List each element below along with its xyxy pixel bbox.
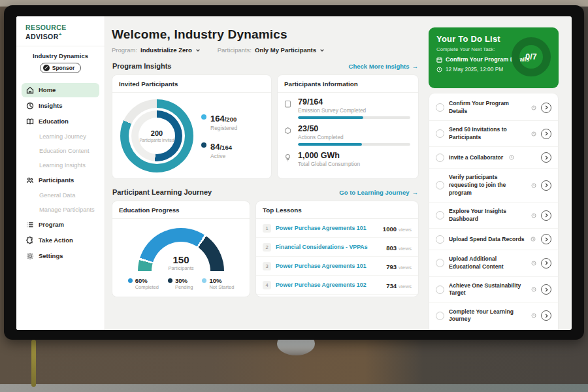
todo-summary-card: Your To Do List Complete Your Next Task:… [429, 27, 559, 88]
education-progress-gauge-chart: 150 Participants [138, 228, 224, 271]
task-checkbox[interactable] [436, 235, 444, 244]
sidebar-item-education[interactable]: Education [22, 114, 99, 129]
sidebar-item-manage-participants[interactable]: Manage Participants [22, 203, 99, 216]
book-icon [26, 118, 34, 125]
clock-icon [436, 67, 442, 73]
registered-value: 164 [210, 114, 225, 123]
task-open-button[interactable] [541, 180, 551, 191]
active-value: 84 [210, 142, 220, 152]
nav-label: Education [39, 118, 69, 125]
registered-dot-icon [201, 114, 206, 120]
sidebar-item-home[interactable]: Home [22, 83, 99, 97]
task-open-button[interactable] [541, 210, 551, 221]
lesson-views: 734 [386, 282, 397, 289]
nav-label: Take Action [39, 237, 73, 244]
nav-label: General Data [39, 192, 75, 199]
todo-progress-ring: 0/7 [512, 37, 551, 76]
actions-completed-label: Actions Completed [298, 134, 410, 140]
task-label: Complete Your Learning Journey [449, 308, 525, 323]
top-lessons-title: Top Lessons [256, 201, 418, 219]
participants-icon [26, 176, 34, 184]
participants-filter[interactable]: Participants: Only My Participants [218, 46, 325, 54]
invited-participants-title: Invited Participants [112, 75, 271, 93]
actions-completed-row: 23/50 Actions Completed [284, 124, 410, 146]
active-dot-icon [201, 142, 206, 148]
lesson-link[interactable]: Power Purchase Agreements 101 [276, 225, 378, 231]
invited-participants-card: Invited Participants 200 Participants In… [112, 74, 272, 179]
go-to-learning-journey-link[interactable]: Go to Learning Journey → [339, 189, 418, 196]
chevron-down-icon [319, 48, 325, 53]
consumption-label: Total Global Consumption [298, 161, 410, 167]
sidebar-item-take-action[interactable]: Take Action [22, 233, 99, 248]
sidebar-item-learning-journey[interactable]: Learning Journey [22, 130, 99, 143]
not-started-pct: 10% [209, 277, 234, 284]
consumption-row: 1,000 GWh Total Global Consumption [284, 151, 410, 170]
sidebar-item-insights[interactable]: Insights [22, 99, 99, 113]
lesson-rank: 3 [263, 262, 271, 270]
lesson-views: 803 [386, 244, 397, 252]
clock-icon [531, 183, 536, 188]
consumption-value: 1,000 GWh [298, 151, 410, 160]
task-open-button[interactable] [541, 103, 551, 113]
collapse-tasks-link[interactable]: Collapse Tasks [429, 329, 558, 330]
lesson-link[interactable]: Power Purchase Agreements 101 [276, 263, 382, 269]
emission-survey-value: 79/164 [298, 97, 410, 106]
calendar-icon [436, 57, 442, 63]
task-label: Invite a Collaborator [449, 154, 503, 162]
sidebar-nav: Home Insights Education Learning Journey… [16, 80, 105, 266]
gear-icon [26, 252, 34, 260]
sponsor-badge[interactable]: Sponsor [40, 63, 81, 73]
task-checkbox[interactable] [436, 181, 444, 189]
task-open-button[interactable] [541, 258, 551, 269]
program-filter-label: Program: [112, 46, 137, 54]
emission-survey-progress [298, 116, 410, 119]
sidebar-item-learning-insights[interactable]: Learning Insights [22, 159, 99, 172]
clock-icon [531, 287, 536, 292]
active-label: Active [210, 153, 232, 159]
actions-icon [284, 124, 293, 146]
lesson-rank: 4 [263, 281, 271, 289]
sidebar-item-participants[interactable]: Participants [22, 173, 99, 188]
lesson-link[interactable]: Financial Considerations - VPPAs [276, 244, 382, 250]
program-filter[interactable]: Program: Industrialize Zero [112, 46, 201, 54]
task-open-button[interactable] [541, 284, 551, 295]
lesson-rank: 1 [263, 224, 271, 233]
sidebar-item-program[interactable]: Program [22, 218, 99, 232]
legend-registered: 164/200 Registered [201, 112, 237, 131]
task-open-button[interactable] [541, 234, 551, 244]
actions-completed-value: 23/50 [298, 124, 410, 133]
emission-survey-label: Emission Survey Completed [298, 107, 410, 114]
views-suffix: views [399, 246, 412, 252]
todo-due-date: 12 May 2025, 12:00 PM [446, 66, 503, 73]
monitor-bezel: RESOURCE ADVISOR+ Industry Dynamics Spon… [4, 5, 584, 340]
lesson-row: 1 Power Purchase Agreements 101 1000view… [256, 219, 418, 238]
task-checkbox[interactable] [436, 103, 444, 112]
org-name: Industry Dynamics [20, 52, 101, 59]
task-label: Upload Spend Data Records [449, 236, 525, 244]
task-checkbox[interactable] [436, 259, 444, 267]
task-row-send-invitations: Send 50 Invitations to Participants [429, 121, 558, 147]
task-checkbox[interactable] [436, 286, 444, 294]
check-more-insights-link[interactable]: Check More Insights → [349, 63, 418, 70]
task-checkbox[interactable] [436, 211, 444, 220]
task-checkbox[interactable] [436, 129, 444, 138]
not-started-label: Not Started [209, 284, 234, 290]
lesson-views: 793 [386, 263, 397, 270]
task-open-button[interactable] [541, 152, 551, 163]
lesson-rank: 2 [263, 243, 271, 252]
sidebar-item-settings[interactable]: Settings [22, 249, 99, 263]
completed-label: Completed [135, 284, 159, 290]
sidebar-item-general-data[interactable]: General Data [22, 189, 99, 202]
task-open-button[interactable] [541, 129, 551, 139]
task-checkbox[interactable] [436, 154, 444, 162]
clock-icon [531, 237, 536, 242]
task-label: Verify participants requesting to join t… [449, 174, 525, 197]
task-open-button[interactable] [541, 310, 551, 321]
not-started-dot-icon [202, 278, 206, 283]
lesson-link[interactable]: Power Purchase Agreements 102 [276, 282, 382, 288]
emission-survey-row: 79/164 Emission Survey Completed [284, 97, 410, 119]
dashboard-screen: RESOURCE ADVISOR+ Industry Dynamics Spon… [16, 16, 572, 330]
task-checkbox[interactable] [436, 312, 444, 320]
sidebar-item-education-content[interactable]: Education Content [22, 144, 99, 157]
views-suffix: views [399, 227, 412, 233]
